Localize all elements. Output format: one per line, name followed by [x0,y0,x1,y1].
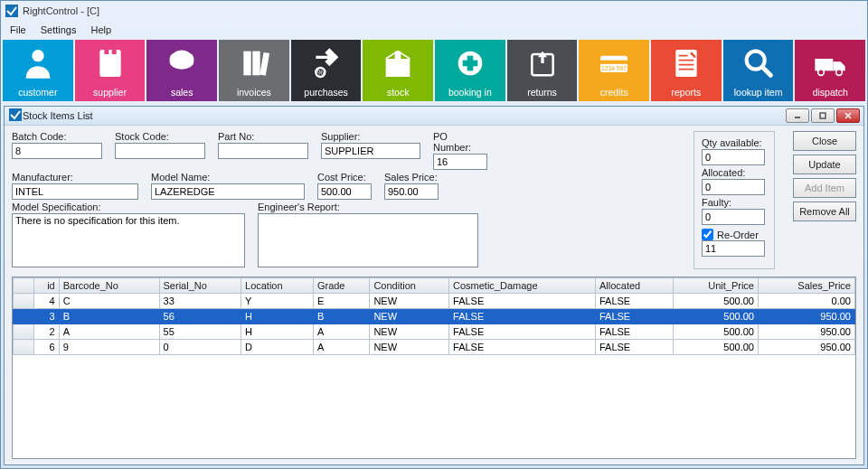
model-spec-textarea[interactable]: There is no specification for this item. [12,213,245,267]
cell[interactable]: 56 [159,309,241,324]
cell[interactable]: C [59,294,159,309]
col-barcode_no[interactable]: Barcode_No [59,278,159,294]
stock-code-input[interactable] [115,143,205,159]
stock-table-wrapper[interactable]: idBarcode_NoSerial_NoLocationGradeCondit… [12,277,856,459]
col-allocated[interactable]: Allocated [595,278,673,294]
cell[interactable]: 500.00 [673,309,758,324]
cell[interactable]: 0.00 [759,294,855,309]
cell[interactable]: 33 [159,294,241,309]
cell[interactable]: NEW [370,324,449,340]
tile-reports[interactable]: reports [651,40,722,101]
col-grade[interactable]: Grade [313,278,370,294]
update-button[interactable]: Update [793,155,856,174]
sales-price-label: Sales Price: [384,172,439,183]
cell[interactable]: 6 [34,340,60,355]
tile-purchases[interactable]: %purchases [291,40,362,101]
cell[interactable]: FALSE [595,309,673,324]
manufacturer-input[interactable] [12,183,138,200]
cell[interactable]: A [313,340,370,355]
tile-label: reports [672,87,702,98]
cell[interactable]: FALSE [449,324,596,340]
po-number-input[interactable] [433,154,487,170]
close-action-button[interactable]: Close [793,131,856,151]
mdi-area: Stock Items List Batch Code: Stock Code:… [1,103,867,468]
cell[interactable]: 2 [34,324,60,340]
cost-price-input[interactable] [317,183,372,200]
tile-credits[interactable]: 1234 567credits [579,40,649,101]
cell[interactable]: FALSE [595,324,673,340]
col-serial_no[interactable]: Serial_No [159,278,241,294]
minimize-button[interactable] [786,108,809,123]
close-button[interactable] [836,108,860,123]
col-id[interactable]: id [34,278,60,294]
cell[interactable]: NEW [370,309,449,324]
svg-point-23 [818,70,825,76]
cell[interactable]: FALSE [449,309,596,324]
cell[interactable]: 3 [34,309,60,324]
supplier-input[interactable] [321,143,420,159]
cell[interactable]: 4 [34,294,60,309]
col-cosmetic_damage[interactable]: Cosmetic_Damage [449,278,596,294]
cell[interactable]: H [241,324,314,340]
table-row[interactable]: 4C33YENEWFALSEFALSE500.000.00 [14,294,855,309]
allocated-input[interactable] [702,179,765,195]
cell[interactable]: H [241,309,314,324]
tile-invoices[interactable]: invoices [219,40,289,101]
sales-price-input[interactable] [384,183,439,200]
cell[interactable]: 950.00 [759,324,855,340]
batch-code-input[interactable] [12,143,102,159]
tile-customer[interactable]: customer [3,40,73,101]
cell[interactable]: FALSE [449,294,596,309]
tile-booking-in[interactable]: booking in [435,40,505,101]
cell[interactable]: A [59,324,159,340]
cell[interactable]: Y [241,294,314,309]
cell[interactable]: NEW [370,294,449,309]
child-body: Batch Code: Stock Code: Part No: Supplie… [5,126,863,464]
reorder-input[interactable] [702,240,765,257]
tile-lookup-item[interactable]: lookup item [723,40,794,101]
maximize-button[interactable] [811,108,835,123]
cell[interactable]: FALSE [595,340,673,355]
menu-settings[interactable]: Settings [35,23,82,37]
cell[interactable]: FALSE [595,294,673,309]
cell[interactable]: 55 [159,324,241,340]
cell[interactable]: E [313,294,370,309]
qty-available-input[interactable] [702,149,765,165]
add-item-button[interactable]: Add Item [793,178,856,198]
tile-returns[interactable]: returns [507,40,578,101]
table-row[interactable]: 690DANEWFALSEFALSE500.00950.00 [14,340,855,355]
table-row[interactable]: 2A55HANEWFALSEFALSE500.00950.00 [14,324,855,340]
cell[interactable]: NEW [370,340,449,355]
menu-help[interactable]: Help [85,23,117,37]
cell[interactable]: B [59,309,159,324]
cell[interactable]: 950.00 [759,309,855,324]
menu-file[interactable]: File [5,23,32,37]
col-condition[interactable]: Condition [370,278,449,294]
eng-report-textarea[interactable] [258,213,478,267]
cell[interactable]: FALSE [449,340,596,355]
cell[interactable]: B [313,309,370,324]
part-no-input[interactable] [218,143,308,159]
cell[interactable]: 0 [159,340,241,355]
tile-stock[interactable]: stock [363,40,433,101]
tile-label: stock [387,87,410,98]
model-name-input[interactable] [151,183,305,200]
col-sales_price[interactable]: Sales_Price [759,278,855,294]
cell[interactable]: 500.00 [673,294,758,309]
col-location[interactable]: Location [241,278,314,294]
faulty-input[interactable] [702,209,765,225]
cell[interactable]: 9 [59,340,159,355]
cell[interactable]: D [241,340,314,355]
tile-dispatch[interactable]: dispatch [795,40,865,101]
cell[interactable]: 500.00 [673,340,758,355]
tile-sales[interactable]: sales [146,40,217,101]
cell[interactable]: 500.00 [673,324,758,340]
cell[interactable]: 950.00 [759,340,855,355]
reorder-checkbox[interactable] [702,229,713,240]
table-row[interactable]: 3B56HBNEWFALSEFALSE500.00950.00 [14,309,855,324]
tile-supplier[interactable]: supplier [75,40,146,101]
remove-all-button[interactable]: Remove All [793,202,856,221]
returns-icon [507,45,578,81]
cell[interactable]: A [313,324,370,340]
col-unit_price[interactable]: Unit_Price [673,278,758,294]
